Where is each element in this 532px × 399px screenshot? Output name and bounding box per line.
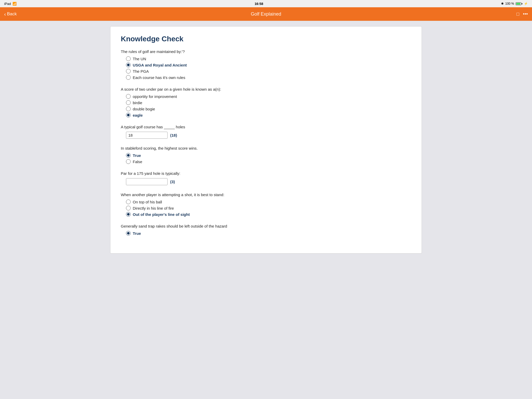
q1-option-0-label: The UN — [133, 57, 146, 61]
nav-title: Golf Explained — [251, 11, 281, 17]
question-1-options: The UN USGA and Royal and Ancient The PG… — [126, 56, 411, 80]
more-icon[interactable]: ••• — [523, 11, 528, 17]
status-right: ✱ 100 % ⚡ — [501, 2, 528, 5]
q6-radio-2 — [126, 212, 131, 217]
q2-option-0-label: opportity for improvement — [133, 94, 177, 99]
page-wrapper: Knowledge Check The rules of golf are ma… — [0, 21, 532, 259]
back-chevron-icon: ‹ — [4, 11, 6, 17]
question-2-options: opportity for improvement birdie double … — [126, 94, 411, 117]
nav-bar: ‹ Back Golf Explained □ ••• — [0, 7, 532, 21]
status-bar: iPad 📶 16:58 ✱ 100 % ⚡ — [0, 0, 532, 7]
q7-option-0[interactable]: True — [126, 231, 411, 236]
q3-hint: (18) — [170, 133, 177, 137]
question-3-fill-row: (18) — [126, 132, 411, 139]
q2-option-0[interactable]: opportity for improvement — [126, 94, 411, 99]
back-label: Back — [7, 11, 17, 17]
q6-option-2-label: Out of the player's line of sight — [133, 212, 190, 217]
q6-option-0[interactable]: On top of his ball — [126, 200, 411, 204]
q1-radio-1 — [126, 63, 131, 67]
question-1: The rules of golf are maintained by:'? T… — [121, 49, 411, 80]
q2-option-2-label: double bogie — [133, 107, 155, 111]
battery-percent: 100 % — [505, 2, 514, 5]
q1-radio-2 — [126, 69, 131, 74]
question-5-text: Par for a 175 yard hole is typically: — [121, 171, 411, 176]
q1-radio-3 — [126, 75, 131, 80]
q2-radio-1 — [126, 100, 131, 105]
back-button[interactable]: ‹ Back — [4, 11, 17, 17]
question-3-text: A typical golf course has _____ holes — [121, 125, 411, 129]
status-left: iPad 📶 — [4, 2, 17, 6]
q1-option-3[interactable]: Each course has it's own rules — [126, 75, 411, 80]
q6-option-1[interactable]: Directly in his line of fire — [126, 206, 411, 210]
status-time: 16:58 — [255, 2, 263, 6]
charge-icon: ⚡ — [524, 2, 528, 5]
question-4-text: In stableford scoring, the highest score… — [121, 146, 411, 150]
q4-option-1[interactable]: False — [126, 159, 411, 164]
section-title: Knowledge Check — [121, 35, 411, 43]
display-icon[interactable]: □ — [516, 11, 519, 17]
q1-option-2[interactable]: The PGA — [126, 69, 411, 74]
q7-option-0-label: True — [133, 231, 141, 236]
q2-option-2[interactable]: double bogie — [126, 107, 411, 111]
question-4: In stableford scoring, the highest score… — [121, 146, 411, 164]
question-4-options: True False — [126, 153, 411, 164]
question-2-text: A score of two under par on a given hole… — [121, 87, 411, 91]
q1-radio-0 — [126, 56, 131, 61]
wifi-icon: 📶 — [12, 2, 17, 6]
q4-option-0[interactable]: True — [126, 153, 411, 158]
bluetooth-icon: ✱ — [501, 2, 504, 5]
q1-option-1-label: USGA and Royal and Ancient — [133, 63, 187, 67]
question-6-options: On top of his ball Directly in his line … — [126, 200, 411, 217]
q2-radio-3 — [126, 113, 131, 117]
question-7-text: Generally sand trap rakes should be left… — [121, 224, 411, 228]
q4-option-1-label: False — [133, 159, 142, 164]
q3-input[interactable] — [126, 132, 168, 139]
device-label: iPad — [4, 2, 11, 6]
q2-option-3[interactable]: eagle — [126, 113, 411, 117]
q4-radio-0 — [126, 153, 131, 158]
question-6-text: When another player is attempting a shot… — [121, 192, 411, 197]
question-2: A score of two under par on a given hole… — [121, 87, 411, 117]
question-5-fill-row: (3) — [126, 178, 411, 185]
battery-icon — [516, 2, 522, 5]
q1-option-3-label: Each course has it's own rules — [133, 75, 185, 80]
question-3: A typical golf course has _____ holes (1… — [121, 125, 411, 139]
question-6: When another player is attempting a shot… — [121, 192, 411, 217]
q2-option-1-label: birdie — [133, 101, 142, 105]
q1-option-0[interactable]: The UN — [126, 56, 411, 61]
q6-radio-0 — [126, 200, 131, 204]
q2-radio-0 — [126, 94, 131, 99]
question-5: Par for a 175 yard hole is typically: (3… — [121, 171, 411, 185]
question-7-options: True — [126, 231, 411, 236]
content-card: Knowledge Check The rules of golf are ma… — [110, 26, 422, 254]
q2-radio-2 — [126, 107, 131, 111]
q5-input[interactable] — [126, 178, 168, 185]
q1-option-1[interactable]: USGA and Royal and Ancient — [126, 63, 411, 67]
question-7: Generally sand trap rakes should be left… — [121, 224, 411, 236]
q4-radio-1 — [126, 159, 131, 164]
question-1-text: The rules of golf are maintained by:'? — [121, 49, 411, 54]
q6-radio-1 — [126, 206, 131, 210]
q6-option-0-label: On top of his ball — [133, 200, 162, 204]
q2-option-1[interactable]: birdie — [126, 100, 411, 105]
q4-option-0-label: True — [133, 153, 141, 158]
q2-option-3-label: eagle — [133, 113, 143, 117]
q7-radio-0 — [126, 231, 131, 236]
q1-option-2-label: The PGA — [133, 69, 149, 74]
q6-option-2[interactable]: Out of the player's line of sight — [126, 212, 411, 217]
nav-actions: □ ••• — [516, 11, 528, 17]
q5-hint: (3) — [170, 179, 175, 184]
q6-option-1-label: Directly in his line of fire — [133, 206, 174, 210]
